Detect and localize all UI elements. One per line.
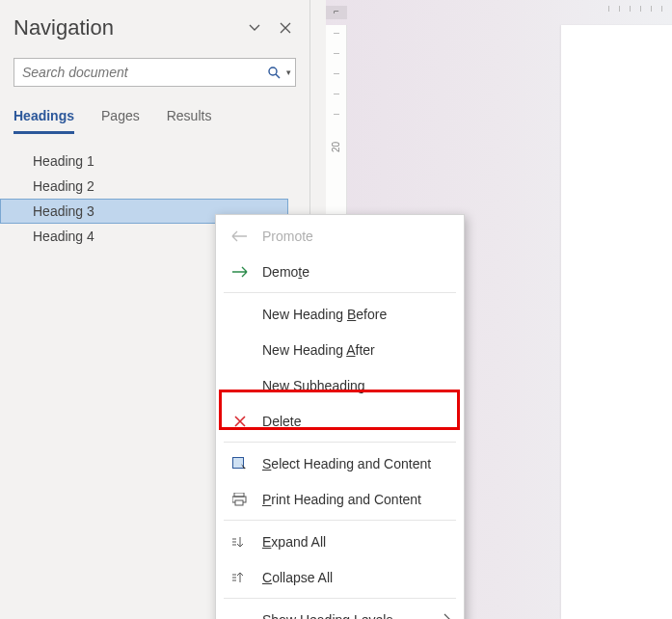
search-box[interactable]: ▾ (13, 58, 296, 87)
delete-x-icon (229, 415, 251, 428)
ctx-print-label: Print Heading and Content (262, 492, 421, 507)
ctx-collapse-all[interactable]: Collapse All (216, 559, 464, 595)
search-icon[interactable] (263, 66, 284, 79)
svg-line-1 (276, 74, 280, 78)
ctx-heading-levels[interactable]: Show Heading Levels (216, 602, 464, 619)
ctx-new-sub[interactable]: New Subheading (216, 367, 464, 403)
chevron-right-icon (443, 612, 450, 620)
ctx-select[interactable]: Select Heading and Content (216, 445, 464, 481)
svg-rect-2 (233, 457, 244, 468)
ctx-levels-label: Show Heading Levels (262, 612, 392, 620)
search-input[interactable] (14, 61, 263, 84)
select-icon (229, 457, 251, 471)
ctx-select-label: Select Heading and Content (262, 456, 431, 471)
expand-icon (229, 536, 251, 548)
tab-headings[interactable]: Headings (13, 108, 74, 134)
ctx-new-after-label: New Heading After (262, 342, 375, 358)
ctx-separator (224, 520, 456, 521)
ctx-print[interactable]: Print Heading and Content (216, 481, 464, 517)
svg-rect-5 (235, 500, 243, 505)
ctx-new-before[interactable]: New Heading Before (216, 296, 464, 332)
context-menu: Promote Demote New Heading Before New He… (215, 214, 465, 619)
heading-item-2[interactable]: Heading 2 (0, 174, 309, 199)
arrow-right-icon (229, 266, 251, 278)
close-icon[interactable] (275, 17, 296, 39)
ctx-separator (224, 598, 456, 599)
ctx-delete[interactable]: Delete (216, 403, 464, 439)
ctx-promote-label: Promote (262, 229, 313, 244)
search-dropdown-icon[interactable]: ▾ (284, 67, 295, 77)
ctx-new-after[interactable]: New Heading After (216, 332, 464, 367)
ruler-corner: ⌐ (326, 6, 347, 19)
ctx-new-before-label: New Heading Before (262, 307, 387, 322)
nav-header: Navigation (0, 0, 309, 50)
chevron-down-icon[interactable] (244, 17, 265, 39)
ctx-collapse-label: Collapse All (262, 570, 333, 585)
ctx-promote: Promote (216, 218, 464, 254)
print-icon (229, 493, 251, 506)
svg-rect-3 (234, 493, 244, 497)
collapse-icon (229, 572, 251, 583)
arrow-left-icon (229, 230, 251, 242)
tab-pages[interactable]: Pages (101, 108, 140, 134)
svg-point-0 (269, 67, 277, 75)
ctx-delete-label: Delete (262, 414, 301, 429)
heading-item-1[interactable]: Heading 1 (0, 148, 309, 174)
ruler-mark-20: 20 (331, 142, 341, 152)
document-page[interactable] (561, 25, 672, 619)
ctx-separator (224, 442, 456, 443)
ctx-demote[interactable]: Demote (216, 254, 464, 289)
nav-title: Navigation (13, 15, 234, 40)
ctx-demote-label: Demote (262, 264, 309, 280)
ruler-horizontal[interactable] (351, 6, 672, 19)
tab-results[interactable]: Results (167, 108, 212, 134)
ctx-separator (224, 292, 456, 293)
ctx-expand-all[interactable]: Expand All (216, 524, 464, 559)
nav-tabs: Headings Pages Results (13, 108, 296, 135)
ctx-expand-label: Expand All (262, 534, 326, 550)
ctx-new-sub-label: New Subheading (262, 378, 365, 393)
